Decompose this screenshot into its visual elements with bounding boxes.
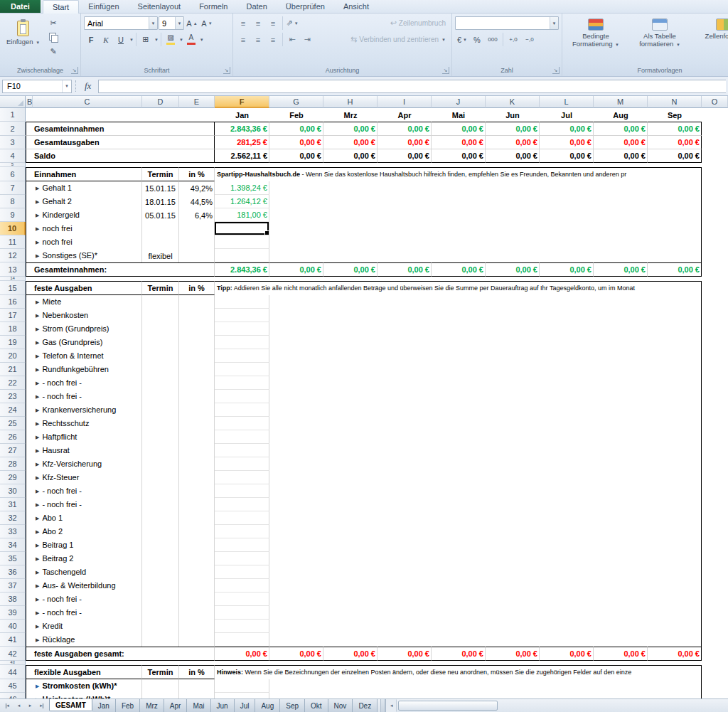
cell-C30[interactable]: ▶- noch frei -	[33, 484, 142, 498]
cell-D41[interactable]	[142, 633, 179, 647]
cell-C35[interactable]: ▶Beitrag 2	[33, 552, 142, 565]
cell-K12[interactable]	[486, 249, 540, 262]
cell-I29[interactable]	[378, 471, 432, 484]
cell-G19[interactable]	[269, 336, 323, 349]
row-header-39[interactable]: 39	[0, 606, 26, 620]
cell-O35[interactable]	[702, 552, 728, 565]
cell-C16[interactable]: ▶Miete	[33, 295, 142, 309]
cell-K40[interactable]	[486, 620, 540, 633]
cell-M9[interactable]	[594, 208, 648, 222]
cell-H31[interactable]	[323, 498, 378, 511]
cell-H9[interactable]	[323, 208, 378, 222]
cell-E36[interactable]	[179, 565, 215, 579]
cell-O3[interactable]	[702, 136, 728, 149]
cell-C17[interactable]: ▶Nebenkosten	[33, 309, 142, 322]
cell-N17[interactable]	[648, 309, 702, 322]
select-all-button[interactable]	[0, 96, 26, 108]
cell-E17[interactable]	[179, 309, 215, 322]
cell-B8[interactable]	[26, 195, 33, 208]
cell-G45[interactable]	[269, 679, 323, 693]
row-header-44[interactable]: 44	[0, 665, 26, 679]
sheet-tab-aug[interactable]: Aug	[255, 699, 280, 712]
cell-D10[interactable]	[142, 222, 179, 235]
cell-L35[interactable]	[540, 552, 594, 565]
cell-B36[interactable]	[26, 565, 33, 579]
cell-O32[interactable]	[702, 511, 728, 525]
cell-G34[interactable]	[269, 538, 323, 552]
cell-F46[interactable]	[215, 693, 269, 698]
cell-E21[interactable]	[179, 363, 215, 376]
cell-B45[interactable]	[26, 679, 33, 693]
cell-H27[interactable]	[323, 444, 378, 457]
cell-E30[interactable]	[179, 484, 215, 498]
cell-G39[interactable]	[269, 606, 323, 620]
cell-L4[interactable]: 0,00 €	[540, 149, 594, 163]
cell-O9[interactable]	[702, 208, 728, 222]
cell-G1[interactable]: Feb	[269, 108, 323, 122]
cell-B20[interactable]	[26, 349, 33, 363]
cell-F34[interactable]	[215, 538, 269, 552]
cell-L19[interactable]	[540, 336, 594, 349]
cell-I9[interactable]	[378, 208, 432, 222]
sheet-tab-nov[interactable]: Nov	[328, 699, 353, 712]
cell-N24[interactable]	[648, 403, 702, 417]
cell-O33[interactable]	[702, 525, 728, 538]
cell-L9[interactable]	[540, 208, 594, 222]
cell-K28[interactable]	[486, 457, 540, 471]
row-header-19[interactable]: 19	[0, 336, 26, 349]
cell-F41[interactable]	[215, 633, 269, 647]
cell-E38[interactable]	[179, 593, 215, 606]
cell-K24[interactable]	[486, 403, 540, 417]
cell-C31[interactable]: ▶- noch frei -	[33, 498, 142, 511]
cell-K45[interactable]	[486, 679, 540, 693]
cell-I26[interactable]	[378, 430, 432, 444]
cell-G30[interactable]	[269, 484, 323, 498]
ribbon-tab-start[interactable]: Start	[43, 0, 79, 14]
cell-N20[interactable]	[648, 349, 702, 363]
cell-J35[interactable]	[432, 552, 486, 565]
cell-G27[interactable]	[269, 444, 323, 457]
cell-L27[interactable]	[540, 444, 594, 457]
cell-L11[interactable]	[540, 235, 594, 249]
number-dialog-launcher[interactable]: ↘	[552, 67, 560, 74]
cell-D31[interactable]	[142, 498, 179, 511]
row-header-37[interactable]: 37	[0, 579, 26, 593]
cell-K23[interactable]	[486, 390, 540, 403]
cell-N9[interactable]	[648, 208, 702, 222]
row-header-24[interactable]: 24	[0, 403, 26, 417]
decrease-indent-button[interactable]: ⇤	[285, 33, 299, 46]
cell-C24[interactable]: ▶Krankenversicherung	[33, 403, 142, 417]
cell-M18[interactable]	[594, 322, 648, 336]
cell-D28[interactable]	[142, 457, 179, 471]
cell-G36[interactable]	[269, 565, 323, 579]
cell-M4[interactable]: 0,00 €	[594, 149, 648, 163]
cell-N2[interactable]: 0,00 €	[648, 122, 702, 136]
cell-M29[interactable]	[594, 471, 648, 484]
cell-D30[interactable]	[142, 484, 179, 498]
cell-B6[interactable]	[26, 167, 33, 181]
cell-C7[interactable]: ▶Gehalt 1	[33, 181, 142, 195]
prev-sheet-button[interactable]: ◂	[14, 702, 24, 709]
cell-D17[interactable]	[142, 309, 179, 322]
cell-N28[interactable]	[648, 457, 702, 471]
cell-H30[interactable]	[323, 484, 378, 498]
cell-M45[interactable]	[594, 679, 648, 693]
cell-N13[interactable]: 0,00 €	[648, 262, 702, 277]
cell-G25[interactable]	[269, 417, 323, 430]
cell-G28[interactable]	[269, 457, 323, 471]
cell-H24[interactable]	[323, 403, 378, 417]
cell-G37[interactable]	[269, 579, 323, 593]
row-header-16[interactable]: 16	[0, 295, 26, 309]
cell-F45[interactable]	[215, 679, 269, 693]
cell-C23[interactable]: ▶- noch frei -	[33, 390, 142, 403]
cell-F33[interactable]	[215, 525, 269, 538]
cell-L21[interactable]	[540, 363, 594, 376]
cell-M31[interactable]	[594, 498, 648, 511]
cell-J17[interactable]	[432, 309, 486, 322]
cell-M26[interactable]	[594, 430, 648, 444]
font-size-dropdown-icon[interactable]: ▼	[175, 17, 183, 29]
cell-F28[interactable]	[215, 457, 269, 471]
cell-I33[interactable]	[378, 525, 432, 538]
cell-K35[interactable]	[486, 552, 540, 565]
row-header-32[interactable]: 32	[0, 511, 26, 525]
